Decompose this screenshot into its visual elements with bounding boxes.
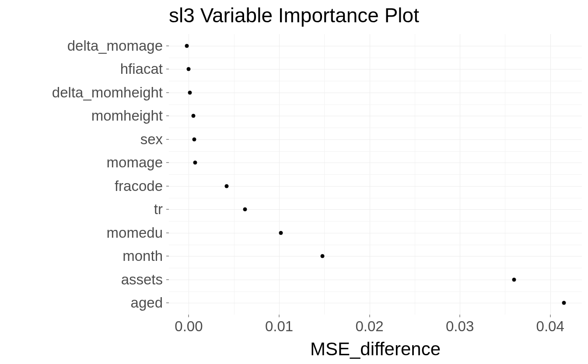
- data-point: [321, 254, 325, 258]
- grid-major-h: [169, 256, 582, 257]
- grid-major-h: [169, 163, 582, 163]
- grid-major-h: [169, 233, 582, 233]
- grid-minor-h: [169, 198, 582, 198]
- grid-minor-h: [169, 151, 582, 152]
- x-tick-label: 0.01: [265, 318, 293, 335]
- data-point: [279, 231, 283, 235]
- y-tick-label: sex: [140, 131, 163, 148]
- grid-minor-h: [169, 221, 582, 222]
- x-tick-label: 0.04: [536, 318, 564, 335]
- x-tick-label: 0.02: [355, 318, 383, 335]
- grid-minor-h: [169, 291, 582, 292]
- grid-major-h: [169, 303, 582, 303]
- y-tick-label: month: [122, 248, 163, 264]
- x-tick-mark: [369, 315, 370, 317]
- y-tick-label: aged: [131, 295, 163, 311]
- chart-container: sl3 Variable Importance Plot delta_momag…: [0, 0, 588, 364]
- y-tick-label: hfiacat: [120, 61, 163, 77]
- y-tick-label: fracode: [115, 178, 163, 194]
- grid-major-h: [169, 139, 582, 140]
- y-tick-label: tr: [154, 201, 163, 218]
- grid-major-h: [169, 69, 582, 69]
- grid-major-h: [169, 46, 582, 46]
- data-point: [562, 301, 566, 305]
- x-axis-label: MSE_difference: [169, 339, 582, 360]
- x-tick-mark: [550, 315, 550, 317]
- x-tick-mark: [460, 315, 460, 317]
- data-point: [225, 184, 229, 188]
- data-point: [188, 90, 192, 94]
- x-tick-label: 0.03: [446, 318, 474, 335]
- grid-minor-h: [169, 245, 582, 245]
- grid-minor-h: [169, 58, 582, 58]
- grid-minor-h: [169, 81, 582, 81]
- grid-major-h: [169, 186, 582, 187]
- data-point: [185, 44, 189, 48]
- x-tick-mark: [279, 315, 280, 317]
- grid-minor-h: [169, 174, 582, 175]
- data-point: [187, 67, 191, 71]
- grid-minor-h: [169, 128, 582, 128]
- data-point: [243, 208, 247, 211]
- y-tick-label: assets: [121, 271, 163, 288]
- y-tick-label: momage: [107, 154, 163, 171]
- grid-major-h: [169, 116, 582, 116]
- data-point: [512, 277, 516, 281]
- grid-major-h: [169, 209, 582, 210]
- data-point: [192, 137, 196, 141]
- chart-title: sl3 Variable Importance Plot: [0, 3, 588, 27]
- data-point: [191, 114, 195, 118]
- data-point: [193, 161, 197, 165]
- y-tick-label: momheight: [91, 107, 163, 124]
- y-tick-label: delta_momage: [67, 38, 163, 54]
- x-tick-mark: [189, 315, 189, 317]
- x-tick-label: 0.00: [175, 318, 203, 335]
- grid-major-h: [169, 93, 582, 93]
- grid-minor-h: [169, 104, 582, 105]
- plot-panel: [169, 34, 582, 315]
- y-tick-label: momedu: [107, 225, 163, 241]
- grid-major-h: [169, 280, 582, 280]
- y-tick-label: delta_momheight: [52, 84, 163, 101]
- grid-minor-h: [169, 268, 582, 268]
